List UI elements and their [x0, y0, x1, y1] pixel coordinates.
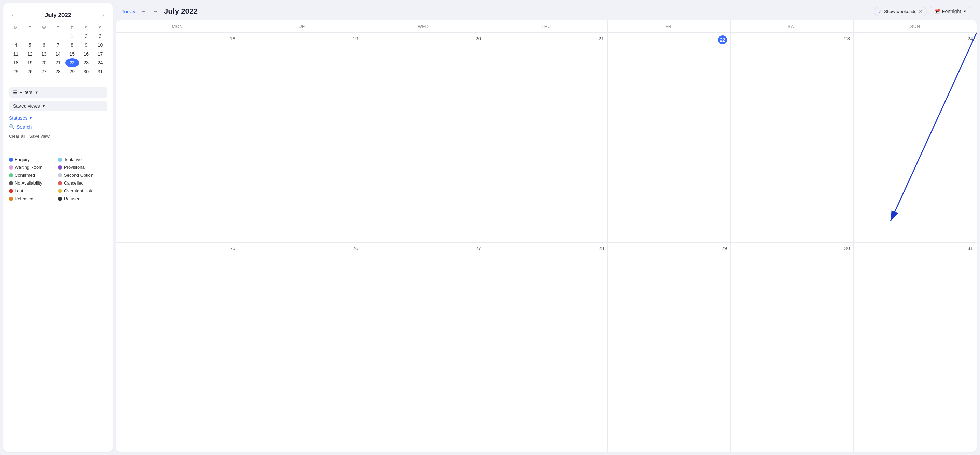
calendar-cell-30[interactable]: 30 [731, 243, 854, 452]
legend-dot [9, 173, 13, 178]
calendar-header: Today ← → July 2022 ✓ Show weekends ✕ 📅 … [116, 3, 977, 21]
mini-cal-day-11[interactable]: 11 [9, 49, 23, 58]
view-chevron: ▼ [963, 9, 967, 13]
legend-label: Tentative [64, 157, 82, 162]
mini-cal-day-17[interactable]: 17 [93, 49, 107, 58]
actions-row: Clear all Save view [9, 134, 107, 139]
calendar-cell-24[interactable]: 24 [854, 33, 977, 242]
mini-cal-day-8[interactable]: 8 [65, 41, 79, 49]
view-selector-button[interactable]: 📅 Fortnight ▼ [930, 6, 971, 16]
calendar-grid: MONTUEWEDTHUFRISATSUN 181920212223242526… [116, 21, 977, 452]
today-button[interactable]: Today [122, 8, 135, 14]
calendar-cell-28[interactable]: 28 [485, 243, 608, 452]
mini-cal-day-19[interactable]: 19 [23, 58, 37, 67]
calendar-cell-19[interactable]: 19 [239, 33, 362, 242]
mini-cal-day-10[interactable]: 10 [93, 41, 107, 49]
day-header-cell: SAT [731, 21, 854, 32]
legend-dot [58, 189, 62, 193]
cell-date: 30 [734, 245, 850, 251]
calendar-cell-27[interactable]: 27 [362, 243, 485, 452]
cell-date: 23 [734, 35, 850, 41]
mini-cal-day-2[interactable]: 2 [79, 32, 93, 41]
legend-label: Enquiry [15, 157, 30, 162]
mini-cal-day-15[interactable]: 15 [65, 49, 79, 58]
legend-dot [58, 165, 62, 170]
search-label: Search [17, 124, 32, 130]
calendar-cell-23[interactable]: 23 [731, 33, 854, 242]
mini-cal-day-4[interactable]: 4 [9, 41, 23, 49]
prev-month-button[interactable]: ‹ [9, 10, 16, 20]
calendar-cell-20[interactable]: 20 [362, 33, 485, 242]
legend-dot [9, 197, 13, 201]
mini-cal-day-18[interactable]: 18 [9, 58, 23, 67]
mini-cal-day-31[interactable]: 31 [93, 67, 107, 76]
cell-date: 19 [242, 35, 358, 41]
legend-label: Waiting Room [15, 165, 42, 170]
mini-cal-header: ‹ July 2022 › [9, 10, 107, 20]
statuses-button[interactable]: Statuses ▼ [9, 115, 107, 121]
cell-date: 25 [119, 245, 235, 251]
view-label: Fortnight [942, 8, 961, 14]
mini-cal-day-9[interactable]: 9 [79, 41, 93, 49]
mini-cal-day-1[interactable]: 1 [65, 32, 79, 41]
legend-label: Lost [15, 188, 23, 193]
save-view-button[interactable]: Save view [29, 134, 49, 139]
day-header-cell: FRI [608, 21, 731, 32]
filter-icon: ☰ [13, 90, 18, 95]
legend-dot [58, 181, 62, 185]
calendar-cell-31[interactable]: 31 [854, 243, 977, 452]
check-icon: ✓ [878, 9, 882, 14]
calendar-cell-18[interactable]: 18 [116, 33, 239, 242]
mini-cal-day-29[interactable]: 29 [65, 67, 79, 76]
mini-cal-day-28[interactable]: 28 [51, 67, 65, 76]
mini-cal-day-20[interactable]: 20 [37, 58, 51, 67]
mini-cal-day-26[interactable]: 26 [23, 67, 37, 76]
clear-all-button[interactable]: Clear all [9, 134, 25, 139]
legend-item: Confirmed [9, 173, 57, 178]
mini-cal-day-22[interactable]: 22 [65, 58, 79, 67]
day-header-cell: MON [116, 21, 239, 32]
next-period-button[interactable]: → [152, 7, 160, 16]
mini-cal-day-23[interactable]: 23 [79, 58, 93, 67]
mini-cal-day-13[interactable]: 13 [37, 49, 51, 58]
cell-date: 28 [488, 245, 604, 251]
prev-period-button[interactable]: ← [139, 7, 148, 16]
cell-date: 20 [365, 35, 481, 41]
show-weekends-close-button[interactable]: ✕ [918, 9, 923, 14]
calendar-cell-25[interactable]: 25 [116, 243, 239, 452]
saved-views-button[interactable]: Saved views ▼ [9, 101, 107, 111]
mini-cal-day-30[interactable]: 30 [79, 67, 93, 76]
cell-date: 26 [242, 245, 358, 251]
calendar-cell-29[interactable]: 29 [608, 243, 731, 452]
mini-cal-day-7[interactable]: 7 [51, 41, 65, 49]
search-button[interactable]: 🔍 Search [9, 124, 107, 130]
next-month-button[interactable]: › [100, 10, 107, 20]
mini-cal-day-12[interactable]: 12 [23, 49, 37, 58]
mini-cal-day-5[interactable]: 5 [23, 41, 37, 49]
calendar-cell-26[interactable]: 26 [239, 243, 362, 452]
arrow-annotation [854, 33, 977, 242]
legend-label: Refused [64, 196, 80, 201]
mini-cal-day-27[interactable]: 27 [37, 67, 51, 76]
filters-button[interactable]: ☰ Filters ▼ [9, 87, 107, 98]
calendar-cell-21[interactable]: 21 [485, 33, 608, 242]
calendar-cell-22[interactable]: 22 [608, 33, 731, 242]
legend: Enquiry Tentative Waiting Room Provision… [9, 157, 107, 201]
legend-label: Confirmed [15, 173, 35, 178]
filters-label: Filters [19, 90, 32, 95]
legend-label: Released [15, 196, 33, 201]
svg-line-1 [891, 33, 977, 221]
mini-cal-day-3[interactable]: 3 [93, 32, 107, 41]
mini-cal-day-16[interactable]: 16 [79, 49, 93, 58]
mini-cal-day-24[interactable]: 24 [93, 58, 107, 67]
mini-cal-day-14[interactable]: 14 [51, 49, 65, 58]
divider-1 [9, 81, 107, 82]
cell-date: 24 [857, 35, 973, 41]
legend-item: Waiting Room [9, 165, 57, 170]
legend-item: Tentative [58, 157, 106, 162]
mini-cal-day-21[interactable]: 21 [51, 58, 65, 67]
mini-cal-day-6[interactable]: 6 [37, 41, 51, 49]
cell-date: 21 [488, 35, 604, 41]
mini-cal-grid: MTWTFSS 12345678910111213141516171819202… [9, 24, 107, 76]
mini-cal-day-25[interactable]: 25 [9, 67, 23, 76]
